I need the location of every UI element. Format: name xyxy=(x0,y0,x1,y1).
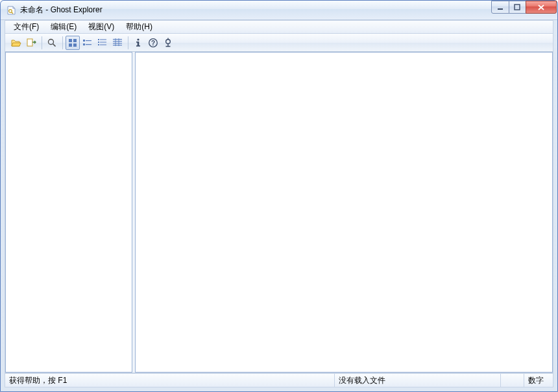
svg-line-8 xyxy=(53,43,56,46)
svg-text:?: ? xyxy=(151,40,155,47)
liveupdate-button[interactable] xyxy=(161,36,175,50)
svg-rect-32 xyxy=(136,45,140,47)
svg-rect-11 xyxy=(69,43,72,47)
statusbar: 获得帮助，按 F1 没有载入文件 数字 xyxy=(5,373,553,387)
toolbar-separator xyxy=(62,36,63,49)
svg-rect-6 xyxy=(27,39,32,46)
open-folder-icon xyxy=(11,38,21,48)
export-icon xyxy=(26,38,36,48)
export-button[interactable] xyxy=(24,36,38,50)
svg-rect-12 xyxy=(73,43,77,47)
menu-edit[interactable]: 编辑(E) xyxy=(45,20,82,34)
view-small-icons-button[interactable] xyxy=(80,36,95,50)
details-view-icon xyxy=(112,38,123,48)
svg-rect-20 xyxy=(100,42,106,42)
large-icons-icon xyxy=(67,38,78,48)
svg-point-7 xyxy=(49,39,54,44)
open-button[interactable] xyxy=(9,36,23,50)
client-area xyxy=(5,52,553,373)
list-view-icon xyxy=(97,38,108,48)
window-frame: 未命名 - Ghost Explorer 文件(F) 编辑(E) 视图(V) 帮… xyxy=(0,0,558,392)
panes-container xyxy=(5,52,553,373)
svg-rect-22 xyxy=(100,44,106,45)
svg-point-35 xyxy=(166,39,171,43)
svg-rect-23 xyxy=(113,39,122,40)
svg-rect-18 xyxy=(100,39,106,40)
svg-rect-2 xyxy=(498,8,503,10)
svg-rect-26 xyxy=(113,45,122,45)
liveupdate-icon xyxy=(163,38,173,48)
help-button[interactable]: ? xyxy=(146,36,160,50)
minimize-button[interactable] xyxy=(491,1,509,14)
svg-rect-13 xyxy=(83,40,85,42)
svg-rect-21 xyxy=(98,44,99,45)
svg-rect-3 xyxy=(515,5,520,10)
svg-rect-17 xyxy=(98,39,99,40)
svg-rect-25 xyxy=(113,43,122,43)
list-pane[interactable] xyxy=(135,52,553,373)
svg-rect-19 xyxy=(98,42,99,43)
info-icon xyxy=(133,38,143,48)
window-controls xyxy=(492,1,557,14)
toolbar-separator xyxy=(42,36,42,49)
close-icon xyxy=(537,4,545,11)
app-icon xyxy=(6,5,16,16)
maximize-icon xyxy=(514,4,521,11)
menu-view[interactable]: 视图(V) xyxy=(82,20,120,34)
status-caps-indicator xyxy=(501,374,524,387)
help-icon: ? xyxy=(148,38,158,48)
window-title: 未命名 - Ghost Explorer xyxy=(20,5,103,16)
status-help-hint: 获得帮助，按 F1 xyxy=(5,374,335,387)
svg-rect-15 xyxy=(83,43,85,45)
svg-rect-31 xyxy=(136,42,138,43)
toolbar-separator xyxy=(128,36,128,49)
status-load-message: 没有载入文件 xyxy=(335,374,501,387)
view-large-icons-button[interactable] xyxy=(66,36,80,50)
view-list-button[interactable] xyxy=(95,36,110,50)
maximize-button[interactable] xyxy=(509,1,526,14)
view-details-button[interactable] xyxy=(110,36,125,50)
titlebar[interactable]: 未命名 - Ghost Explorer xyxy=(1,1,557,20)
tree-pane[interactable] xyxy=(5,52,132,373)
svg-point-29 xyxy=(137,38,139,40)
toolbar: ? xyxy=(5,34,553,52)
menu-file[interactable]: 文件(F) xyxy=(8,20,45,34)
close-button[interactable] xyxy=(526,1,557,14)
svg-rect-10 xyxy=(73,39,77,42)
status-numlock-indicator: 数字 xyxy=(524,374,553,387)
menu-help[interactable]: 帮助(H) xyxy=(120,20,158,34)
svg-rect-24 xyxy=(113,41,122,42)
find-button[interactable] xyxy=(45,36,59,50)
properties-button[interactable] xyxy=(131,36,145,50)
minimize-icon xyxy=(497,4,504,11)
magnifier-icon xyxy=(47,38,57,48)
small-icons-icon xyxy=(82,38,93,48)
svg-rect-16 xyxy=(86,44,91,45)
svg-rect-14 xyxy=(86,40,91,41)
menubar: 文件(F) 编辑(E) 视图(V) 帮助(H) xyxy=(5,20,553,34)
svg-rect-9 xyxy=(69,39,72,42)
